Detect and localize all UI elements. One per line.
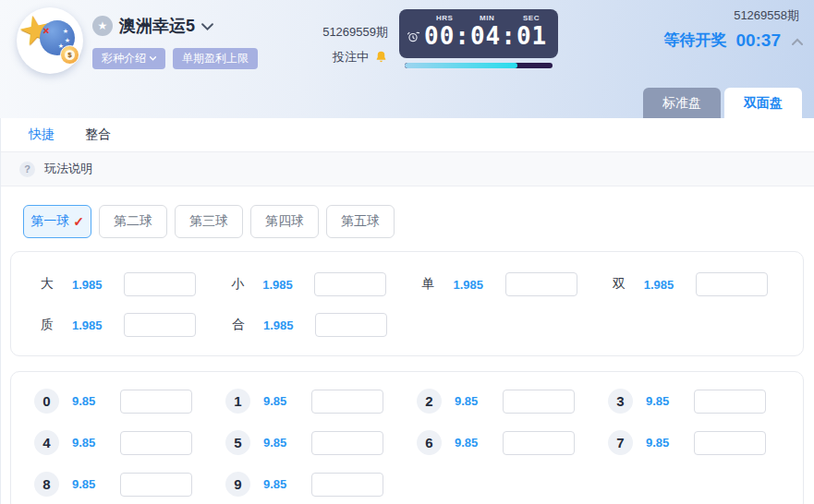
bet-odds: 1.985 (72, 318, 124, 332)
bet-odds: 9.85 (455, 436, 503, 450)
number-ball: 4 (34, 430, 59, 455)
bet-amount-input[interactable] (503, 431, 575, 455)
current-issue-block: 51269559期 投注中 (268, 24, 388, 66)
bet-label: 双 (613, 276, 644, 293)
bet-odds: 1.985 (262, 278, 314, 292)
mode-subtabs: 快捷 整合 (1, 118, 814, 152)
bet-amount-input[interactable] (315, 313, 387, 337)
betting-status: 投注中 (333, 49, 369, 66)
check-icon: ✓ (73, 214, 84, 229)
ball-tab-3[interactable]: 第三球 (175, 205, 243, 238)
number-cell-9: 9 9.85 (225, 472, 417, 497)
number-cell-0: 0 9.85 (34, 389, 225, 414)
bet-odds: 1.985 (644, 278, 696, 292)
ball-tab-2[interactable]: 第二球 (99, 205, 167, 238)
bet-odds: 9.85 (455, 394, 503, 408)
number-ball: 0 (34, 389, 59, 414)
ball-selector: 第一球 ✓ 第二球 第三球 第四球 第五球 (23, 205, 814, 238)
number-ball: 6 (417, 430, 442, 455)
main-content: 快捷 整合 ? 玩法说明 第一球 ✓ 第二球 第三球 第四球 第五球 大 1.9… (0, 118, 814, 504)
bet-cell-prime: 质 1.985 (41, 313, 232, 337)
number-cell-8: 8 9.85 (34, 472, 225, 497)
number-cell-6: 6 9.85 (417, 430, 608, 455)
bet-amount-input[interactable] (505, 272, 577, 296)
current-issue: 51269559期 (268, 24, 388, 41)
ball-tab-1[interactable]: 第一球 ✓ (23, 205, 91, 238)
bet-amount-input[interactable] (311, 431, 383, 455)
number-ball: 3 (608, 389, 633, 414)
timer-value: 00:04:01 (424, 23, 547, 50)
timer-sec-label: SEC (523, 14, 540, 22)
bell-icon[interactable] (374, 50, 388, 65)
bet-odds: 9.85 (646, 436, 694, 450)
number-cell-3: 3 9.85 (608, 389, 799, 414)
profit-limit-button[interactable]: 单期盈利上限 (173, 48, 258, 69)
bet-cell-odd: 单 1.985 (422, 272, 613, 296)
favorite-star-icon[interactable]: ★ (92, 16, 113, 36)
ball-tab-4[interactable]: 第四球 (250, 205, 319, 238)
bet-amount-input[interactable] (503, 390, 575, 414)
bet-amount-input[interactable] (124, 272, 196, 296)
bet-amount-input[interactable] (120, 390, 192, 414)
number-cell-1: 1 9.85 (225, 389, 417, 414)
waiting-countdown: 00:37 (735, 30, 781, 51)
bet-amount-input[interactable] (311, 473, 383, 497)
tab-standard-board[interactable]: 标准盘 (643, 88, 721, 118)
chevron-down-icon (150, 56, 156, 61)
help-icon: ? (19, 162, 35, 177)
waiting-label: 等待开奖 (663, 30, 726, 51)
bet-label: 单 (422, 276, 454, 293)
countdown-timer: HRS MIN SEC 00:04:01 (399, 9, 558, 58)
play-instructions-label: 玩法说明 (44, 161, 92, 177)
bet-amount-input[interactable] (694, 431, 766, 455)
timer-hrs-label: HRS (436, 14, 453, 22)
bet-odds: 1.985 (263, 318, 315, 332)
bet-cell-composite: 合 1.985 (232, 313, 423, 337)
header: ★ + ★ ★ ★ $ ★ 澳洲幸运5 彩种介绍 单期盈利上限 (0, 0, 814, 118)
number-ball: 1 (225, 389, 250, 414)
number-cell-5: 5 9.85 (225, 430, 417, 455)
bet-amount-input[interactable] (120, 431, 192, 455)
bet-amount-input[interactable] (311, 390, 383, 414)
alarm-clock-icon (407, 30, 419, 47)
bet-odds: 9.85 (72, 394, 120, 408)
number-cell-2: 2 9.85 (417, 389, 608, 414)
bet-cell-small: 小 1.985 (231, 272, 421, 296)
number-cell-4: 4 9.85 (34, 430, 225, 455)
tab-combined[interactable]: 整合 (85, 126, 111, 143)
timer-progress-bar (405, 63, 553, 68)
tab-quick[interactable]: 快捷 (29, 126, 55, 143)
bet-odds: 9.85 (646, 394, 694, 408)
bet-amount-input[interactable] (120, 473, 192, 497)
play-instructions-row[interactable]: ? 玩法说明 (1, 152, 814, 186)
bet-odds: 9.85 (263, 436, 311, 450)
header-pills: 彩种介绍 单期盈利上限 (92, 48, 258, 69)
number-ball: 2 (417, 389, 442, 414)
number-ball: 5 (225, 430, 250, 455)
bet-amount-input[interactable] (694, 390, 766, 414)
bet-odds: 9.85 (72, 436, 120, 450)
bet-amount-input[interactable] (314, 272, 386, 296)
ball-tab-5[interactable]: 第五球 (326, 205, 395, 238)
board-type-tabs: 标准盘 双面盘 (643, 88, 802, 118)
number-cell-7: 7 9.85 (608, 430, 799, 455)
bet-label: 合 (232, 317, 263, 333)
bet-amount-input[interactable] (696, 272, 768, 296)
number-ball: 8 (34, 472, 59, 497)
title-row: ★ 澳洲幸运5 (92, 15, 213, 37)
number-ball: 7 (608, 430, 633, 455)
bet-odds: 9.85 (263, 477, 311, 491)
lottery-page: ★ + ★ ★ ★ $ ★ 澳洲幸运5 彩种介绍 单期盈利上限 (0, 0, 814, 504)
bet-cell-big: 大 1.985 (41, 272, 231, 296)
lottery-intro-button[interactable]: 彩种介绍 (92, 48, 165, 69)
number-ball: 9 (225, 472, 250, 497)
bet-label: 大 (41, 276, 72, 293)
chevron-up-icon[interactable] (792, 32, 803, 49)
bet-cell-even: 双 1.985 (613, 272, 803, 296)
next-issue: 51269558期 (663, 7, 803, 24)
number-bet-panel: 0 9.85 1 9.85 2 9.85 3 9.85 (10, 371, 804, 504)
tab-double-board[interactable]: 双面盘 (724, 88, 802, 118)
bet-amount-input[interactable] (124, 313, 196, 337)
timer-progress-fill (405, 63, 517, 68)
chevron-down-icon[interactable] (201, 18, 213, 35)
